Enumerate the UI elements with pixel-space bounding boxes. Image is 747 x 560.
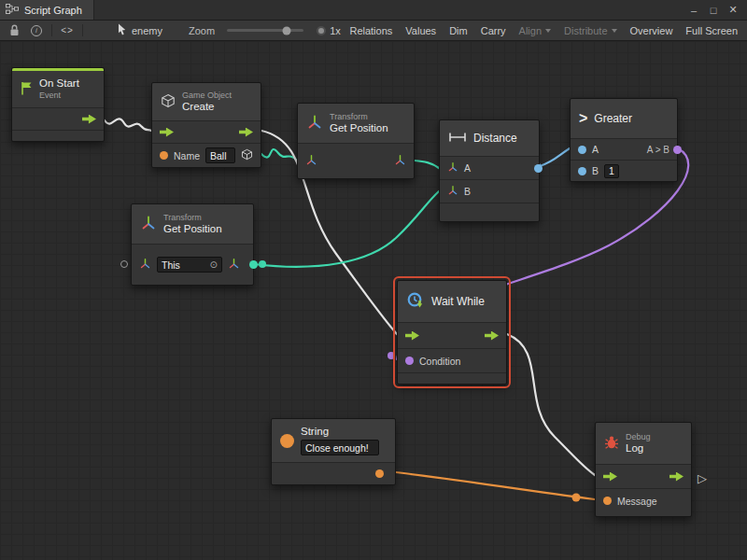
flow-row (398, 322, 506, 348)
zoom-reset-icon[interactable] (317, 26, 326, 35)
b-value-field[interactable] (604, 164, 619, 178)
node-debug-log[interactable]: Debug Log Message ▷ (595, 422, 692, 517)
port-row-a: A A > B (571, 138, 677, 160)
wire-endpoint-orange (572, 494, 581, 502)
node-get-position-top[interactable]: Transform Get Position (297, 103, 415, 179)
string-value-field[interactable] (301, 440, 379, 455)
port-label: Message (617, 496, 657, 507)
message-in-port[interactable] (603, 497, 612, 505)
wire-string-to-log-message[interactable] (396, 472, 595, 499)
wire-endpoint-teal (259, 260, 266, 268)
port-row-b: B (440, 179, 539, 203)
node-gameobject-create[interactable]: Game Object Create Name (151, 82, 261, 168)
node-footer (398, 372, 506, 384)
node-greater[interactable]: > Greater A A > B B (570, 98, 678, 182)
flow-out-port[interactable] (485, 331, 499, 341)
vector-a-in-port[interactable] (447, 161, 458, 175)
zoom-label: Zoom (182, 21, 221, 40)
node-header: String (272, 419, 395, 462)
position-out-port[interactable] (394, 154, 406, 168)
vector-out-port[interactable] (249, 260, 258, 269)
info-button[interactable]: i (25, 21, 48, 40)
graph-target-selector[interactable]: enemy (111, 21, 169, 40)
overview-button[interactable]: Overview (624, 21, 680, 40)
output-row (272, 462, 395, 484)
string-icon (280, 434, 294, 448)
wire-distance-to-greater-a[interactable] (540, 148, 570, 166)
node-header: Game Object Create (152, 83, 261, 120)
string-in-port[interactable] (160, 151, 168, 160)
code-view-button[interactable]: <> (56, 21, 78, 40)
node-distance[interactable]: Distance A B (439, 119, 540, 222)
flow-out-port[interactable] (82, 115, 96, 124)
name-value-field[interactable] (205, 147, 235, 163)
node-title: Get Position (330, 122, 388, 135)
flow-out-port[interactable] (669, 472, 684, 482)
gameobject-out-port[interactable] (241, 148, 253, 162)
object-picker-icon[interactable]: ⊙ (210, 259, 218, 270)
number-a-in-port[interactable] (578, 146, 586, 154)
flow-in-port[interactable] (603, 472, 617, 482)
node-header: Distance (440, 120, 539, 156)
number-b-in-port[interactable] (578, 167, 586, 175)
maximize-button[interactable]: □ (705, 3, 722, 18)
wire-getposition-mid-to-distance-b[interactable] (254, 191, 439, 267)
node-title: Wait While (431, 295, 485, 308)
port-label: Condition (419, 356, 460, 367)
flow-row (596, 464, 691, 488)
bool-out-port[interactable] (673, 146, 682, 154)
port-row: This ⊙ (132, 244, 253, 285)
graph-target-label: enemy (132, 25, 162, 36)
node-title: Create (182, 101, 232, 114)
flow-in-port[interactable] (160, 128, 174, 137)
tab-script-graph[interactable]: Script Graph (0, 0, 94, 20)
message-row: Message (596, 488, 691, 512)
window-titlebar: Script Graph – □ ✕ (0, 0, 747, 21)
node-wait-while[interactable]: Wait While Condition (397, 280, 507, 385)
node-title: Get Position (163, 223, 222, 236)
code-icon: <> (61, 25, 74, 35)
wire-waitwhile-to-log[interactable] (507, 334, 595, 475)
graph-canvas[interactable]: On Start Event Game Object Create (0, 41, 747, 560)
node-category: Transform (330, 112, 388, 122)
target-selector-field[interactable]: This ⊙ (157, 257, 222, 273)
lock-button[interactable] (3, 21, 25, 40)
wire-getposition-top-to-distance-a[interactable] (415, 161, 439, 168)
node-string-literal[interactable]: String (271, 418, 396, 485)
cursor-icon (118, 23, 126, 37)
relations-button[interactable]: Relations (343, 21, 399, 40)
node-header: Transform Get Position (298, 104, 414, 143)
dropdown-caret-icon (612, 29, 617, 33)
position-out-port[interactable] (228, 258, 240, 272)
condition-in-port[interactable] (405, 357, 414, 365)
transform-in-port[interactable] (305, 154, 317, 168)
values-button[interactable]: Values (399, 21, 443, 40)
flow-in-port[interactable] (405, 331, 419, 341)
number-out-port[interactable] (534, 164, 543, 173)
minimize-button[interactable]: – (685, 3, 702, 18)
zoom-slider-handle[interactable] (283, 26, 291, 35)
flow-out-port[interactable] (239, 128, 253, 137)
wire-onstart-to-create[interactable] (105, 119, 151, 131)
string-out-port[interactable] (375, 469, 384, 478)
node-category: Transform (163, 213, 222, 223)
node-header: > Greater (571, 99, 677, 138)
flag-icon (21, 81, 33, 97)
distribute-dropdown[interactable]: Distribute (557, 21, 623, 40)
transform-axes-icon (306, 114, 323, 133)
dim-button[interactable]: Dim (443, 21, 474, 40)
node-title: Log (626, 442, 651, 455)
fullscreen-button[interactable]: Full Screen (679, 21, 744, 40)
wait-clock-icon (406, 291, 425, 312)
carry-button[interactable]: Carry (474, 21, 513, 40)
close-button[interactable]: ✕ (725, 3, 741, 18)
node-title: String (301, 426, 379, 439)
transform-in-port[interactable] (139, 258, 151, 272)
vector-b-in-port[interactable] (447, 185, 458, 198)
node-get-position-mid[interactable]: Transform Get Position This ⊙ (131, 203, 254, 286)
zoom-slider[interactable] (227, 29, 303, 32)
node-on-start-event[interactable]: On Start Event (11, 67, 105, 142)
port-row-b: B (571, 160, 677, 181)
align-dropdown[interactable]: Align (513, 21, 557, 40)
toolbar-separator (82, 24, 83, 36)
